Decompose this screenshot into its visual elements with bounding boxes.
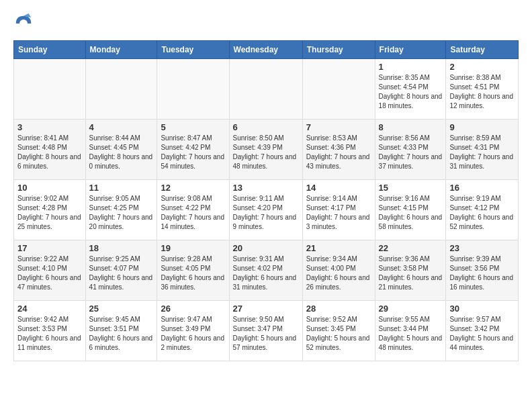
calendar-cell: 8Sunrise: 8:56 AMSunset: 4:33 PMDaylight… — [375, 120, 446, 180]
day-info: Sunrise: 9:16 AMSunset: 4:15 PMDaylight:… — [379, 194, 443, 232]
calendar-cell: 17Sunrise: 9:22 AMSunset: 4:10 PMDayligh… — [14, 240, 86, 301]
day-info: Sunrise: 9:14 AMSunset: 4:17 PMDaylight:… — [306, 194, 371, 232]
calendar-week-row: 1Sunrise: 8:35 AMSunset: 4:54 PMDaylight… — [14, 59, 519, 120]
weekday-header: Wednesday — [229, 41, 302, 59]
day-number: 24 — [17, 304, 82, 314]
calendar-cell: 27Sunrise: 9:50 AMSunset: 3:47 PMDayligh… — [229, 301, 302, 361]
day-info: Sunrise: 9:45 AMSunset: 3:51 PMDaylight:… — [89, 315, 154, 353]
calendar-cell: 25Sunrise: 9:45 AMSunset: 3:51 PMDayligh… — [85, 301, 157, 361]
day-number: 15 — [379, 183, 443, 193]
day-info: Sunrise: 8:44 AMSunset: 4:45 PMDaylight:… — [89, 134, 154, 171]
day-number: 26 — [161, 304, 225, 314]
calendar-cell: 10Sunrise: 9:02 AMSunset: 4:28 PMDayligh… — [14, 180, 86, 240]
day-info: Sunrise: 8:38 AMSunset: 4:51 PMDaylight:… — [449, 73, 515, 111]
calendar-cell — [229, 59, 302, 120]
day-number: 19 — [161, 243, 225, 253]
calendar-cell: 28Sunrise: 9:52 AMSunset: 3:45 PMDayligh… — [302, 301, 375, 361]
calendar-cell: 1Sunrise: 8:35 AMSunset: 4:54 PMDaylight… — [375, 59, 446, 120]
calendar-week-row: 17Sunrise: 9:22 AMSunset: 4:10 PMDayligh… — [14, 240, 519, 301]
day-number: 9 — [449, 122, 515, 132]
day-info: Sunrise: 9:08 AMSunset: 4:22 PMDaylight:… — [161, 194, 225, 232]
calendar-cell: 29Sunrise: 9:55 AMSunset: 3:44 PMDayligh… — [375, 301, 446, 361]
logo — [13, 13, 36, 34]
weekday-header: Thursday — [302, 41, 375, 59]
calendar-cell: 26Sunrise: 9:47 AMSunset: 3:49 PMDayligh… — [157, 301, 229, 361]
day-info: Sunrise: 8:56 AMSunset: 4:33 PMDaylight:… — [379, 134, 443, 171]
day-number: 10 — [17, 183, 82, 193]
calendar-cell — [157, 59, 229, 120]
calendar-cell: 20Sunrise: 9:31 AMSunset: 4:02 PMDayligh… — [229, 240, 302, 301]
calendar-cell: 21Sunrise: 9:34 AMSunset: 4:00 PMDayligh… — [302, 240, 375, 301]
calendar-cell: 6Sunrise: 8:50 AMSunset: 4:39 PMDaylight… — [229, 120, 302, 180]
calendar-cell: 9Sunrise: 8:59 AMSunset: 4:31 PMDaylight… — [446, 120, 519, 180]
day-info: Sunrise: 9:31 AMSunset: 4:02 PMDaylight:… — [233, 255, 299, 292]
day-info: Sunrise: 9:47 AMSunset: 3:49 PMDaylight:… — [161, 315, 225, 353]
day-info: Sunrise: 9:05 AMSunset: 4:25 PMDaylight:… — [89, 194, 154, 232]
day-number: 16 — [449, 183, 515, 193]
calendar-week-row: 10Sunrise: 9:02 AMSunset: 4:28 PMDayligh… — [14, 180, 519, 240]
calendar-cell: 5Sunrise: 8:47 AMSunset: 4:42 PMDaylight… — [157, 120, 229, 180]
calendar-cell — [14, 59, 86, 120]
day-number: 6 — [233, 122, 299, 132]
logo-icon — [13, 13, 34, 34]
day-number: 27 — [233, 304, 299, 314]
calendar-cell: 14Sunrise: 9:14 AMSunset: 4:17 PMDayligh… — [302, 180, 375, 240]
day-info: Sunrise: 9:36 AMSunset: 3:58 PMDaylight:… — [379, 255, 443, 292]
calendar-cell: 3Sunrise: 8:41 AMSunset: 4:48 PMDaylight… — [14, 120, 86, 180]
weekday-header: Monday — [85, 41, 157, 59]
weekday-header: Tuesday — [157, 41, 229, 59]
day-number: 13 — [233, 183, 299, 193]
calendar-cell: 11Sunrise: 9:05 AMSunset: 4:25 PMDayligh… — [85, 180, 157, 240]
day-number: 25 — [89, 304, 154, 314]
day-number: 11 — [89, 183, 154, 193]
calendar-header-row: SundayMondayTuesdayWednesdayThursdayFrid… — [14, 41, 519, 59]
day-number: 3 — [17, 122, 82, 132]
day-info: Sunrise: 9:11 AMSunset: 4:20 PMDaylight:… — [233, 194, 299, 232]
day-number: 1 — [379, 62, 443, 72]
calendar-cell — [85, 59, 157, 120]
day-number: 29 — [379, 304, 443, 314]
weekday-header: Sunday — [14, 41, 86, 59]
day-number: 5 — [161, 122, 225, 132]
day-number: 23 — [449, 243, 515, 253]
calendar-cell: 30Sunrise: 9:57 AMSunset: 3:42 PMDayligh… — [446, 301, 519, 361]
day-number: 12 — [161, 183, 225, 193]
calendar-cell: 23Sunrise: 9:39 AMSunset: 3:56 PMDayligh… — [446, 240, 519, 301]
day-info: Sunrise: 9:22 AMSunset: 4:10 PMDaylight:… — [17, 255, 82, 292]
day-number: 20 — [233, 243, 299, 253]
day-number: 7 — [306, 122, 371, 132]
day-info: Sunrise: 8:41 AMSunset: 4:48 PMDaylight:… — [17, 134, 82, 171]
day-number: 18 — [89, 243, 154, 253]
calendar-cell: 2Sunrise: 8:38 AMSunset: 4:51 PMDaylight… — [446, 59, 519, 120]
day-number: 4 — [89, 122, 154, 132]
calendar-cell: 19Sunrise: 9:28 AMSunset: 4:05 PMDayligh… — [157, 240, 229, 301]
day-info: Sunrise: 9:25 AMSunset: 4:07 PMDaylight:… — [89, 255, 154, 292]
day-info: Sunrise: 9:42 AMSunset: 3:53 PMDaylight:… — [17, 315, 82, 353]
day-info: Sunrise: 9:57 AMSunset: 3:42 PMDaylight:… — [449, 315, 515, 353]
weekday-header: Friday — [375, 41, 446, 59]
day-number: 28 — [306, 304, 371, 314]
day-info: Sunrise: 8:53 AMSunset: 4:36 PMDaylight:… — [306, 134, 371, 171]
day-info: Sunrise: 9:50 AMSunset: 3:47 PMDaylight:… — [233, 315, 299, 353]
page-header — [13, 13, 519, 34]
day-info: Sunrise: 9:34 AMSunset: 4:00 PMDaylight:… — [306, 255, 371, 292]
day-number: 14 — [306, 183, 371, 193]
calendar-cell: 4Sunrise: 8:44 AMSunset: 4:45 PMDaylight… — [85, 120, 157, 180]
day-number: 2 — [449, 62, 515, 72]
day-info: Sunrise: 8:59 AMSunset: 4:31 PMDaylight:… — [449, 134, 515, 171]
calendar-cell: 24Sunrise: 9:42 AMSunset: 3:53 PMDayligh… — [14, 301, 86, 361]
calendar-cell: 16Sunrise: 9:19 AMSunset: 4:12 PMDayligh… — [446, 180, 519, 240]
calendar-cell: 7Sunrise: 8:53 AMSunset: 4:36 PMDaylight… — [302, 120, 375, 180]
calendar-week-row: 3Sunrise: 8:41 AMSunset: 4:48 PMDaylight… — [14, 120, 519, 180]
day-info: Sunrise: 9:28 AMSunset: 4:05 PMDaylight:… — [161, 255, 225, 292]
svg-point-1 — [19, 19, 28, 28]
calendar-cell: 12Sunrise: 9:08 AMSunset: 4:22 PMDayligh… — [157, 180, 229, 240]
calendar-cell: 18Sunrise: 9:25 AMSunset: 4:07 PMDayligh… — [85, 240, 157, 301]
day-info: Sunrise: 9:19 AMSunset: 4:12 PMDaylight:… — [449, 194, 515, 232]
day-number: 8 — [379, 122, 443, 132]
calendar-cell — [302, 59, 375, 120]
day-number: 30 — [449, 304, 515, 314]
day-info: Sunrise: 9:52 AMSunset: 3:45 PMDaylight:… — [306, 315, 371, 353]
day-info: Sunrise: 8:35 AMSunset: 4:54 PMDaylight:… — [379, 73, 443, 111]
calendar-table: SundayMondayTuesdayWednesdayThursdayFrid… — [13, 40, 519, 361]
